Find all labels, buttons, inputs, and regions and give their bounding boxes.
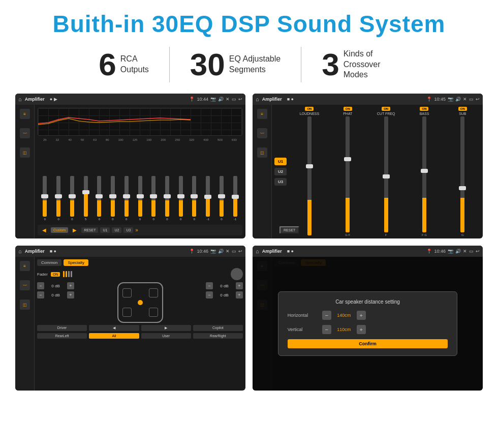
sp-home-icon[interactable]: ⌂ <box>18 248 22 254</box>
eq-slider-4[interactable]: 5 <box>79 176 92 221</box>
amp-ch-cutfreq: ON CUT FREQ F <box>368 107 404 236</box>
eq-slider-12[interactable]: 0 <box>188 176 201 221</box>
db-minus-4[interactable]: − <box>206 291 213 298</box>
amp-reset-btn[interactable]: RESET <box>279 226 299 234</box>
dialog-screen-body: ≡ 〰 ◫ Common Specialty Car speaker dist <box>253 257 483 391</box>
sp-icon-3[interactable]: ◫ <box>20 300 30 310</box>
sp-topbar-title: Amplifier <box>25 249 45 254</box>
eq-slider-11[interactable]: 0 <box>174 176 187 221</box>
eq-topbar: ⌂ Amplifier ● ▶ 📍 10:44 📷 🔊 ✕ ▭ ↩ <box>15 94 245 105</box>
amp-dots: ■ ● <box>287 97 294 102</box>
user-btn[interactable]: User <box>141 333 191 339</box>
loudness-on-badge[interactable]: ON <box>305 107 314 111</box>
fader-bar-3 <box>68 271 70 277</box>
rearright-btn[interactable]: RearRight <box>193 333 243 339</box>
eq-u1-btn[interactable]: U1 <box>100 227 110 233</box>
dialog-topbar: ⌂ Amplifier ■ ● 📍 10:46 📷 🔊 ✕ ▭ ↩ <box>253 246 483 257</box>
copilot-btn[interactable]: Copilot <box>193 325 243 331</box>
vertical-plus-btn[interactable]: + <box>357 325 366 334</box>
eq-slider-15[interactable]: -1 <box>229 176 241 221</box>
eq-icon-3[interactable]: ◫ <box>20 147 30 158</box>
fader-bar-1 <box>63 271 65 277</box>
fader-bar-4 <box>71 271 72 277</box>
db-plus-4[interactable]: + <box>236 291 243 298</box>
db-row-1: − 0 dB + <box>37 282 74 289</box>
eq-slider-9[interactable]: 0 <box>147 176 160 221</box>
specialty-tab[interactable]: Specialty <box>64 259 88 266</box>
eq-custom-btn[interactable]: Custom <box>51 227 68 233</box>
db-minus-2[interactable]: − <box>37 291 44 298</box>
sp-icon-2[interactable]: 〰 <box>20 280 30 290</box>
driver-btn[interactable]: Driver <box>37 325 87 331</box>
eq-slider-14[interactable]: 0 <box>215 176 228 221</box>
eq-next-btn[interactable]: ▶ <box>70 226 79 234</box>
amp-cam-icon: 📷 <box>448 97 453 102</box>
all-btn[interactable]: All <box>89 333 139 339</box>
sp-icon-1[interactable]: ≡ <box>20 261 30 271</box>
screenshots-grid: ⌂ Amplifier ● ▶ 📍 10:44 📷 🔊 ✕ ▭ ↩ ≡ 〰 ◫ <box>15 94 483 391</box>
amp-u3-btn[interactable]: U3 <box>274 178 287 186</box>
eq-reset-btn[interactable]: RESET <box>81 227 98 233</box>
home-icon[interactable]: ⌂ <box>18 96 22 102</box>
db-plus-2[interactable]: + <box>67 291 74 298</box>
confirm-button[interactable]: Confirm <box>288 339 448 348</box>
bass-slider[interactable] <box>422 116 426 232</box>
eq-icon-1[interactable]: ≡ <box>20 109 30 119</box>
bass-on-badge[interactable]: ON <box>420 107 428 111</box>
eq-icon-2[interactable]: 〰 <box>20 128 30 138</box>
vertical-minus-btn[interactable]: − <box>322 325 331 334</box>
amp-ch-phat: ON PHAT G F <box>330 107 366 236</box>
eq-slider-8[interactable]: 0 <box>134 176 146 221</box>
db-rows: − 0 dB + − 0 dB + <box>37 282 243 323</box>
db-minus-1[interactable]: − <box>37 282 44 289</box>
amp-home-icon[interactable]: ⌂ <box>256 96 259 102</box>
eq-slider-13[interactable]: -1 <box>202 176 214 221</box>
fader-on-badge[interactable]: ON <box>51 272 60 277</box>
stat-rca-number: 6 <box>99 49 116 80</box>
eq-slider-2[interactable]: 0 <box>52 176 65 221</box>
amp-topbar-icons: 📍 10:45 📷 🔊 ✕ ▭ ↩ <box>426 97 480 102</box>
eq-slider-7[interactable]: 0 <box>120 176 133 221</box>
cutfreq-slider[interactable] <box>384 116 388 232</box>
amp-icon-2[interactable]: 〰 <box>257 128 267 138</box>
amp-u2-btn[interactable]: U2 <box>274 168 287 175</box>
stats-row: 6 RCA Outputs 30 EQ Adjustable Segments … <box>15 47 483 82</box>
amp-icon-1[interactable]: ≡ <box>257 109 267 119</box>
eq-u3-btn[interactable]: U3 <box>123 227 133 233</box>
db-val-3: 0 dB <box>215 284 233 288</box>
amp-u1-btn[interactable]: U1 <box>274 158 287 165</box>
sp-arrow-right[interactable]: ▶ <box>141 325 191 331</box>
eq-curve-svg <box>38 108 242 135</box>
vertical-value: 110cm <box>334 327 354 332</box>
phat-on-badge[interactable]: ON <box>344 107 352 111</box>
dlg-cam-icon: 📷 <box>448 249 453 254</box>
db-plus-3[interactable]: + <box>236 282 243 289</box>
speaker-footer-2: RearLeft All User RearRight <box>37 333 243 339</box>
dialog-screen-card: ⌂ Amplifier ■ ● 📍 10:46 📷 🔊 ✕ ▭ ↩ ≡ <box>253 246 483 391</box>
amp-icon-3[interactable]: ◫ <box>257 147 267 158</box>
eq-slider-1[interactable]: 0 <box>39 176 51 221</box>
horizontal-plus-btn[interactable]: + <box>357 311 366 320</box>
eq-prev-btn[interactable]: ◀ <box>40 226 49 234</box>
fader-label: Fader <box>37 272 48 277</box>
eq-slider-10[interactable]: 0 <box>161 176 174 221</box>
eq-slider-5[interactable]: 0 <box>93 176 106 221</box>
loudness-slider[interactable] <box>307 116 312 235</box>
db-plus-1[interactable]: + <box>67 282 74 289</box>
sub-slider[interactable] <box>460 116 464 232</box>
horizontal-minus-btn[interactable]: − <box>322 311 331 320</box>
eq-slider-6[interactable]: 0 <box>107 176 119 221</box>
db-minus-3[interactable]: − <box>206 282 213 289</box>
seat-rear-left <box>122 308 132 317</box>
phat-slider[interactable] <box>346 116 350 232</box>
rearleft-btn[interactable]: RearLeft <box>37 333 87 339</box>
dlg-home-icon[interactable]: ⌂ <box>256 248 259 254</box>
eq-slider-3[interactable]: 0 <box>66 176 78 221</box>
sub-on-badge[interactable]: ON <box>458 107 467 111</box>
eq-u2-btn[interactable]: U2 <box>112 227 121 233</box>
cutfreq-on-badge[interactable]: ON <box>382 107 390 111</box>
cutfreq-name: CUT FREQ <box>377 112 395 115</box>
common-tab[interactable]: Common <box>37 259 61 266</box>
sp-arrow-left[interactable]: ◀ <box>89 325 139 331</box>
dlg-vol-icon: 🔊 <box>455 249 461 254</box>
